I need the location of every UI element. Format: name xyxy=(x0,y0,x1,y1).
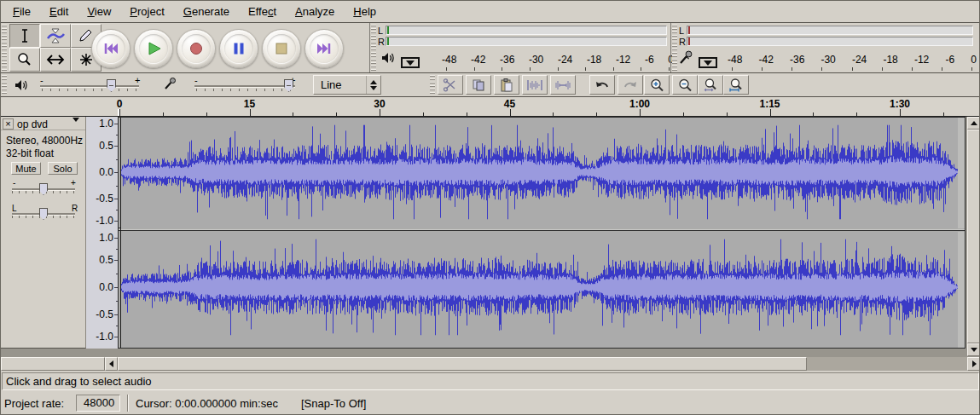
track-info-depth: 32-bit float xyxy=(6,147,54,159)
pan-right-label: R xyxy=(72,205,78,212)
waveform-canvas-right[interactable] xyxy=(120,232,958,348)
speaker-icon xyxy=(14,78,28,92)
amplitude-label: -0.5 xyxy=(96,308,113,320)
recording-meter-scale: -48-42-36-30-24-18-12-60 xyxy=(728,54,977,66)
snap-to-text: [Snap-To Off] xyxy=(301,397,366,410)
waveform-channel-left[interactable] xyxy=(119,118,965,228)
zoom-tool-button[interactable] xyxy=(9,48,40,72)
timeline-label: 15 xyxy=(244,98,255,110)
cut-button[interactable] xyxy=(438,75,463,95)
vertical-scrollbar[interactable] xyxy=(967,117,980,356)
vertical-scrollbar-thumb[interactable] xyxy=(967,130,980,343)
timeline-label: 1:30 xyxy=(890,98,910,110)
paste-button[interactable] xyxy=(494,75,519,95)
stop-icon xyxy=(273,40,290,57)
skip-to-end-icon xyxy=(316,40,333,57)
audio-clip-left[interactable] xyxy=(120,118,958,228)
solo-button[interactable]: Solo xyxy=(48,162,78,175)
timeline-tick xyxy=(336,112,337,116)
envelope-tool-button[interactable] xyxy=(40,24,71,48)
amplitude-label: 1.0 xyxy=(99,118,113,130)
toolbar-gripper[interactable] xyxy=(430,75,435,95)
redo-button[interactable] xyxy=(618,75,643,95)
vertical-ruler[interactable]: 1.00.50.0-0.5-1.01.00.50.0-0.5-1.0 xyxy=(86,117,118,349)
timeline-tick xyxy=(770,109,771,116)
waveform-canvas-left[interactable] xyxy=(120,118,958,228)
timeshift-tool-button[interactable] xyxy=(40,48,71,72)
meter-scale-value: -30 xyxy=(821,54,835,66)
skip-to-end-button[interactable] xyxy=(304,29,344,68)
input-source-dropdown[interactable]: Line xyxy=(313,75,381,95)
menu-item-generate[interactable]: Generate xyxy=(174,1,239,22)
menu-item-edit[interactable]: Edit xyxy=(40,1,78,22)
timeline-label: 1:00 xyxy=(629,98,650,110)
meter-scale-value: -48 xyxy=(442,54,456,66)
track-close-button[interactable]: × xyxy=(3,118,14,130)
timeline-tick xyxy=(727,112,728,116)
trim-button[interactable] xyxy=(522,75,548,95)
zoom-in-button[interactable] xyxy=(644,75,670,95)
gain-plus-label: + xyxy=(71,179,76,187)
magnifier-icon xyxy=(15,52,34,67)
waveform-channel-right[interactable] xyxy=(119,232,965,348)
meter-scale-value: -12 xyxy=(616,54,630,66)
mute-button[interactable]: Mute xyxy=(11,162,41,175)
track-info-format: Stereo, 48000Hz xyxy=(6,135,83,147)
menu-item-file[interactable]: File xyxy=(3,1,40,22)
output-volume-slider[interactable] xyxy=(40,85,139,87)
status-bar-tip: Click and drag to select audio xyxy=(1,371,980,391)
after-clip-area[interactable] xyxy=(958,232,965,348)
scroll-down-button[interactable] xyxy=(967,343,980,356)
paste-icon xyxy=(499,78,514,92)
track-title[interactable]: op dvd xyxy=(17,118,48,130)
menu-item-project[interactable]: Project xyxy=(120,1,173,22)
menu-item-analyze[interactable]: Analyze xyxy=(286,1,344,22)
scroll-right-button[interactable] xyxy=(967,357,980,371)
playback-meter-right-bar[interactable] xyxy=(386,37,667,46)
status-bar-bottom: Project rate: 48000 Cursor: 0:00.000000 … xyxy=(1,391,980,415)
undo-button[interactable] xyxy=(589,75,615,95)
menu-item-help[interactable]: Help xyxy=(344,1,386,22)
play-button[interactable] xyxy=(134,29,173,68)
horizontal-scrollbar-thumb[interactable] xyxy=(118,357,807,371)
project-rate-value[interactable]: 48000 xyxy=(76,395,120,412)
timeline-tick xyxy=(250,109,251,116)
recording-meter-left-bar[interactable] xyxy=(687,26,973,35)
record-button[interactable] xyxy=(177,29,216,68)
playback-meter-left-bar[interactable] xyxy=(386,26,667,35)
after-clip-area[interactable] xyxy=(958,118,965,228)
audio-clip-right[interactable] xyxy=(120,232,958,348)
channel-separator[interactable] xyxy=(119,229,965,231)
stop-button[interactable] xyxy=(262,29,301,68)
scroll-left-button[interactable] xyxy=(105,357,118,371)
recording-meter-dropdown[interactable] xyxy=(699,57,717,68)
pause-button[interactable] xyxy=(219,29,258,68)
recording-meter-right-bar[interactable] xyxy=(687,37,973,46)
silence-button[interactable] xyxy=(550,75,576,95)
fit-selection-button[interactable] xyxy=(723,75,749,95)
toolbar-gripper[interactable] xyxy=(672,25,677,71)
copy-button[interactable] xyxy=(466,75,491,95)
playback-meter-dropdown[interactable] xyxy=(401,57,420,68)
toolbar-gripper[interactable] xyxy=(371,25,376,71)
toolbar-gripper[interactable] xyxy=(2,25,7,71)
timeline-ruler[interactable]: 01530451:001:151:30 xyxy=(1,97,980,117)
playback-meter-toolbar: L R -48-42-36-30-24-18-12-60 xyxy=(369,23,670,72)
zoom-out-button[interactable] xyxy=(672,75,698,95)
spinner-icon[interactable] xyxy=(366,76,380,94)
skip-to-start-button[interactable] xyxy=(91,29,130,68)
ibeam-icon xyxy=(15,28,34,43)
toolbar-gripper[interactable] xyxy=(2,75,7,95)
recording-meter-left-label: L xyxy=(679,26,684,36)
redo-icon xyxy=(623,79,638,91)
selection-tool-button[interactable] xyxy=(9,24,40,48)
input-volume-slider[interactable] xyxy=(194,85,295,87)
menu-item-effect[interactable]: Effect xyxy=(239,1,286,22)
timeline-tick xyxy=(596,112,597,116)
fit-project-button[interactable] xyxy=(698,75,723,95)
pause-icon xyxy=(230,40,247,57)
toolbar-row-2: - + - + Line xyxy=(1,73,980,97)
timeline-cursor-indicator xyxy=(118,109,119,116)
scroll-up-button[interactable] xyxy=(967,117,980,130)
menu-item-view[interactable]: View xyxy=(78,1,120,22)
